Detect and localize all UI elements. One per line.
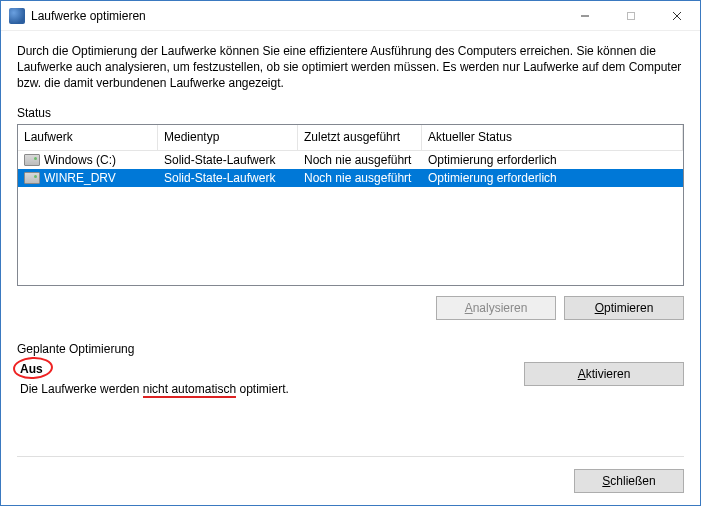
close-window-button[interactable]: Schließen [574, 469, 684, 493]
titlebar: Laufwerke optimieren [1, 1, 700, 31]
drive-name: Windows (C:) [44, 153, 116, 167]
description-text: Durch die Optimierung der Laufwerke könn… [17, 43, 684, 92]
svg-rect-1 [628, 12, 635, 19]
maximize-icon [626, 11, 636, 21]
app-icon [9, 8, 25, 24]
table-row[interactable]: WINRE_DRVSolid-State-LaufwerkNoch nie au… [18, 169, 683, 187]
drive-icon [24, 154, 40, 166]
drive-icon [24, 172, 40, 184]
annotation-underline [143, 396, 236, 398]
drive-name: WINRE_DRV [44, 171, 116, 185]
minimize-button[interactable] [562, 1, 608, 30]
column-drive[interactable]: Laufwerk [18, 125, 158, 150]
close-icon [672, 11, 682, 21]
current-status: Optimierung erforderlich [422, 169, 683, 187]
last-run: Noch nie ausgeführt [298, 151, 422, 169]
media-type: Solid-State-Laufwerk [158, 151, 298, 169]
maximize-button [608, 1, 654, 30]
analyze-button: Analysieren [436, 296, 556, 320]
content-area: Durch die Optimierung der Laufwerke könn… [1, 31, 700, 505]
activate-button[interactable]: Aktivieren [524, 362, 684, 386]
column-media[interactable]: Medientyp [158, 125, 298, 150]
analyze-optimize-row: Analysieren Optimieren [17, 296, 684, 320]
column-last[interactable]: Zuletzt ausgeführt [298, 125, 422, 150]
optimize-button[interactable]: Optimieren [564, 296, 684, 320]
close-button[interactable] [654, 1, 700, 30]
window-title: Laufwerke optimieren [31, 9, 562, 23]
optimize-drives-window: Laufwerke optimieren Durch die Optimieru… [0, 0, 701, 506]
scheduled-optimization-section: Geplante Optimierung Aus Die Laufwerke w… [17, 342, 684, 396]
media-type: Solid-State-Laufwerk [158, 169, 298, 187]
current-status: Optimierung erforderlich [422, 151, 683, 169]
minimize-icon [580, 11, 590, 21]
column-status[interactable]: Aktueller Status [422, 125, 683, 150]
scheduled-state-off: Aus [20, 362, 43, 376]
listview-body: Windows (C:)Solid-State-LaufwerkNoch nie… [18, 151, 683, 285]
status-label: Status [17, 106, 684, 120]
scheduled-sub-text: Die Laufwerke werden nicht automatisch o… [20, 382, 524, 396]
listview-header: Laufwerk Medientyp Zuletzt ausgeführt Ak… [18, 125, 683, 151]
window-controls [562, 1, 700, 30]
bottom-bar: Schließen [17, 456, 684, 493]
scheduled-heading: Geplante Optimierung [17, 342, 684, 356]
last-run: Noch nie ausgeführt [298, 169, 422, 187]
table-row[interactable]: Windows (C:)Solid-State-LaufwerkNoch nie… [18, 151, 683, 169]
drive-listview[interactable]: Laufwerk Medientyp Zuletzt ausgeführt Ak… [17, 124, 684, 286]
